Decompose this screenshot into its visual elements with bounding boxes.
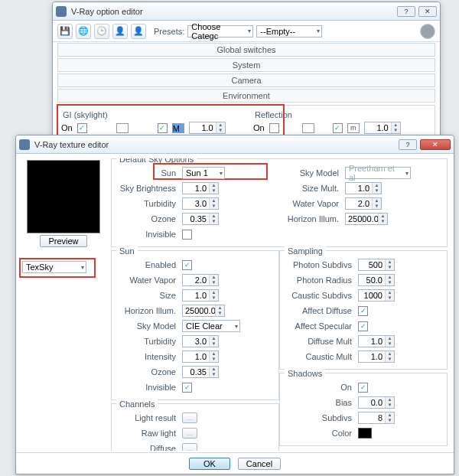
option-titlebar[interactable]: V-Ray option editor ? ✕ — [53, 2, 440, 21]
sun-title: Sun — [116, 246, 138, 256]
sh-bias-label: Bias — [285, 398, 358, 407]
ds-invisible-label: Invisible — [116, 230, 182, 239]
ds-skymodel-select[interactable]: Preetham et al — [345, 167, 411, 179]
channels-title: Channels — [116, 399, 158, 409]
gi-on-checkbox[interactable]: ✓ — [77, 123, 87, 133]
sp-affect-diffuse-label: Affect Diffuse — [285, 306, 358, 315]
texture-footer: OK Cancel — [16, 452, 454, 474]
texture-titlebar[interactable]: V-Ray texture editor ? ✕ — [16, 135, 454, 154]
sp-caustic-subdivs-spinner[interactable]: 1000▲▼ — [358, 289, 395, 302]
user-b-icon[interactable]: 👤 — [131, 24, 146, 39]
ch-raw-light-label: Raw light — [116, 429, 182, 438]
help-button[interactable]: ? — [399, 139, 417, 150]
sh-on-checkbox[interactable]: ✓ — [358, 383, 368, 393]
reflection-mult-spinner[interactable]: 1.0▲▼ — [364, 122, 401, 134]
sh-bias-spinner[interactable]: 0.0▲▼ — [358, 396, 395, 409]
sun-enabled-checkbox[interactable]: ✓ — [182, 260, 192, 270]
ds-invisible-checkbox[interactable] — [182, 230, 192, 240]
gi-cb2[interactable]: ✓ — [158, 123, 168, 133]
ch-light-result-label: Light result — [116, 413, 182, 422]
reflection-color-swatch[interactable] — [302, 123, 314, 133]
vray-texture-editor-window: V-Ray texture editor ? ✕ Preview TexSky … — [15, 135, 454, 474]
ds-skymodel-label: Sky Model — [279, 168, 345, 178]
sampling-title: Sampling — [285, 246, 326, 256]
gi-color-swatch[interactable] — [116, 123, 129, 133]
default-sky-group: Default Sky Options Sun Sun 1 Sky Bright… — [111, 158, 448, 247]
sun-horizon-spinner[interactable]: 25000.0▲▼ — [182, 305, 225, 317]
ds-brightness-label: Sky Brightness — [116, 184, 182, 193]
reflection-on-checkbox[interactable] — [269, 123, 279, 133]
preset-category-select[interactable]: Choose Categc — [187, 25, 253, 37]
ds-watervapor-spinner[interactable]: 2.0▲▼ — [345, 197, 382, 210]
default-sky-title: Default Sky Options — [116, 158, 197, 164]
shadows-group: Shadows On✓ Bias0.0▲▼ Subdivs8▲▼ Color — [279, 373, 448, 446]
texture-type-select[interactable]: TexSky — [22, 261, 86, 273]
sun-invisible-checkbox[interactable]: ✓ — [182, 383, 192, 393]
section-global[interactable]: Global switches — [57, 43, 435, 57]
sp-affect-specular-label: Affect Specular — [285, 321, 358, 331]
sp-affect-diffuse-checkbox[interactable]: ✓ — [358, 306, 368, 316]
sun-intensity-spinner[interactable]: 1.0▲▼ — [182, 350, 219, 363]
preview-image — [27, 160, 100, 233]
section-camera[interactable]: Camera — [57, 73, 435, 87]
gi-on-label: On — [61, 123, 73, 132]
sp-caustic-mult-label: Caustic Mult — [285, 352, 358, 361]
sun-enabled-label: Enabled — [116, 260, 182, 269]
close-button[interactable]: ✕ — [420, 139, 451, 150]
help-button[interactable]: ? — [397, 6, 415, 17]
sp-diffuse-mult-label: Diffuse Mult — [285, 337, 358, 346]
ok-button[interactable]: OK — [189, 458, 230, 470]
sp-photon-radius-label: Photon Radius — [285, 275, 358, 285]
user-a-icon[interactable]: 👤 — [112, 24, 128, 39]
section-environment[interactable]: Environment — [57, 89, 435, 103]
sun-turbidity-spinner[interactable]: 3.0▲▼ — [182, 335, 219, 347]
ds-sun-select[interactable]: Sun 1 — [182, 167, 225, 179]
clock-icon[interactable]: 🕒 — [94, 24, 109, 39]
sp-photon-radius-spinner[interactable]: 50.0▲▼ — [358, 274, 395, 286]
ds-watervapor-label: Water Vapor — [279, 199, 345, 208]
gi-tex-swatch[interactable]: M — [172, 123, 184, 133]
save-icon[interactable]: 💾 — [57, 24, 73, 39]
section-system[interactable]: System — [57, 58, 435, 72]
sun-skymodel-select[interactable]: CIE Clear — [182, 320, 240, 332]
ch-diffuse-btn[interactable]: … — [182, 443, 197, 451]
sun-watervapor-label: Water Vapor — [116, 275, 182, 285]
texture-window-title: V-Ray texture editor — [34, 140, 399, 149]
option-window-title: V-Ray option editor — [71, 7, 397, 16]
sp-photon-subdivs-spinner[interactable]: 500▲▼ — [358, 259, 395, 271]
sh-on-label: On — [285, 383, 358, 392]
sp-diffuse-mult-spinner[interactable]: 1.0▲▼ — [358, 335, 395, 347]
preset-select[interactable]: --Empty-- — [256, 25, 322, 37]
ds-horizon-label: Horizon Illum. — [279, 214, 345, 223]
sun-size-label: Size — [116, 291, 182, 300]
cancel-button[interactable]: Cancel — [238, 458, 281, 470]
globe-icon[interactable]: 🌐 — [76, 24, 91, 39]
sh-color-swatch[interactable] — [358, 428, 372, 439]
reflection-m[interactable]: m — [347, 123, 360, 133]
gi-title: GI (skylight) — [63, 110, 239, 119]
ds-sizemult-spinner[interactable]: 1.0▲▼ — [345, 182, 382, 194]
gi-mult-spinner[interactable]: 1.0▲▼ — [189, 122, 226, 134]
sun-invisible-label: Invisible — [116, 383, 182, 392]
ds-ozone-spinner[interactable]: 0.35▲▼ — [182, 213, 219, 225]
cancel-icon[interactable] — [420, 24, 435, 39]
sun-intensity-label: Intensity — [116, 352, 182, 361]
sh-color-label: Color — [285, 429, 358, 438]
presets-label: Presets: — [154, 27, 184, 36]
reflection-cb2[interactable]: ✓ — [333, 123, 343, 133]
sp-affect-specular-checkbox[interactable]: ✓ — [358, 321, 368, 331]
sp-caustic-mult-spinner[interactable]: 1.0▲▼ — [358, 350, 395, 363]
ds-horizon-spinner[interactable]: 25000.0▲▼ — [345, 213, 388, 225]
close-button[interactable]: ✕ — [418, 6, 437, 17]
sun-size-spinner[interactable]: 1.0▲▼ — [182, 289, 219, 302]
ch-raw-light-btn[interactable]: … — [182, 428, 197, 439]
sun-group: Sun Enabled✓ Water Vapor2.0▲▼ Size1.0▲▼ … — [111, 250, 279, 400]
sh-subdivs-spinner[interactable]: 8▲▼ — [358, 412, 395, 424]
ds-turbidity-spinner[interactable]: 3.0▲▼ — [182, 197, 219, 210]
sun-ozone-spinner[interactable]: 0.35▲▼ — [182, 366, 219, 378]
sun-watervapor-spinner[interactable]: 2.0▲▼ — [182, 274, 219, 286]
reflection-on-label: On — [253, 123, 265, 132]
ch-light-result-btn[interactable]: … — [182, 412, 197, 423]
preview-button[interactable]: Preview — [40, 235, 86, 247]
ds-brightness-spinner[interactable]: 1.0▲▼ — [182, 182, 219, 194]
